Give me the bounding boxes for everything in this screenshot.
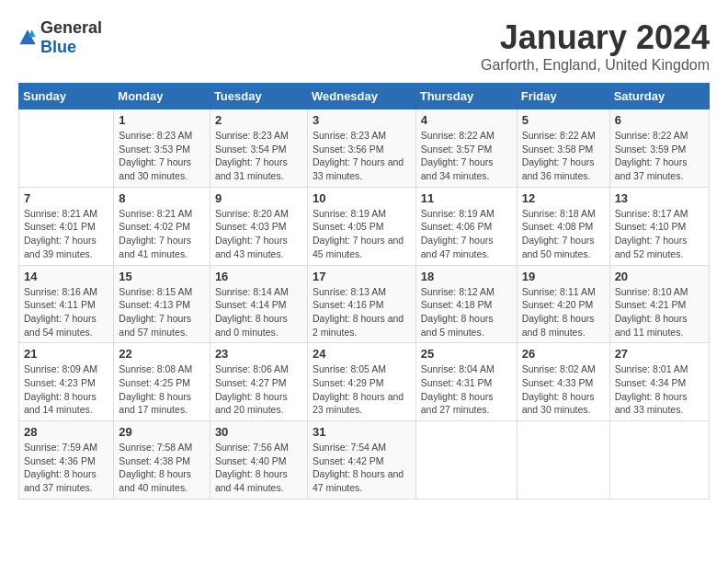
calendar-cell: 20Sunrise: 8:10 AMSunset: 4:21 PMDayligh… [609, 265, 709, 343]
day-number: 12 [522, 191, 605, 205]
day-number: 7 [24, 191, 108, 205]
calendar-cell: 11Sunrise: 8:19 AMSunset: 4:06 PMDayligh… [415, 187, 517, 265]
calendar-cell: 25Sunrise: 8:04 AMSunset: 4:31 PMDayligh… [415, 343, 517, 421]
week-row-0: 1Sunrise: 8:23 AMSunset: 3:53 PMDaylight… [19, 109, 710, 188]
day-info: Sunrise: 8:09 AMSunset: 4:23 PMDaylight:… [24, 362, 108, 417]
day-info: Sunrise: 7:56 AMSunset: 4:40 PMDaylight:… [215, 441, 302, 495]
day-info: Sunrise: 8:19 AMSunset: 4:05 PMDaylight:… [313, 207, 411, 261]
day-number: 4 [421, 113, 512, 127]
day-info: Sunrise: 8:12 AMSunset: 4:18 PMDaylight:… [421, 285, 512, 339]
day-info: Sunrise: 8:18 AMSunset: 4:08 PMDaylight:… [522, 207, 605, 261]
calendar-cell: 6Sunrise: 8:22 AMSunset: 3:59 PMDaylight… [609, 109, 709, 188]
calendar-cell [19, 109, 114, 188]
calendar-cell: 26Sunrise: 8:02 AMSunset: 4:33 PMDayligh… [517, 343, 609, 421]
day-info: Sunrise: 8:16 AMSunset: 4:11 PMDaylight:… [24, 285, 108, 339]
day-info: Sunrise: 8:23 AMSunset: 3:53 PMDaylight:… [119, 129, 205, 183]
day-info: Sunrise: 8:22 AMSunset: 3:59 PMDaylight:… [615, 129, 704, 183]
header-friday: Friday [517, 84, 609, 109]
logo-general: General [40, 18, 102, 37]
day-number: 13 [615, 191, 704, 205]
header-tuesday: Tuesday [210, 84, 307, 109]
day-info: Sunrise: 8:06 AMSunset: 4:27 PMDaylight:… [215, 362, 302, 417]
day-number: 15 [119, 270, 205, 283]
day-number: 11 [421, 191, 512, 205]
day-number: 23 [215, 347, 302, 361]
day-number: 5 [522, 113, 605, 127]
calendar-cell: 7Sunrise: 8:21 AMSunset: 4:01 PMDaylight… [19, 187, 114, 265]
calendar-cell: 29Sunrise: 7:58 AMSunset: 4:38 PMDayligh… [114, 421, 210, 500]
day-number: 21 [24, 347, 108, 361]
day-info: Sunrise: 8:23 AMSunset: 3:56 PMDaylight:… [313, 129, 411, 183]
calendar-cell: 22Sunrise: 8:08 AMSunset: 4:25 PMDayligh… [114, 343, 210, 421]
day-number: 10 [313, 191, 411, 205]
day-info: Sunrise: 8:23 AMSunset: 3:54 PMDaylight:… [215, 129, 302, 183]
day-info: Sunrise: 8:17 AMSunset: 4:10 PMDaylight:… [615, 207, 704, 261]
day-info: Sunrise: 8:15 AMSunset: 4:13 PMDaylight:… [119, 285, 205, 339]
day-info: Sunrise: 8:22 AMSunset: 3:58 PMDaylight:… [522, 129, 605, 183]
day-number: 16 [215, 270, 302, 283]
day-info: Sunrise: 8:10 AMSunset: 4:21 PMDaylight:… [615, 285, 704, 339]
day-info: Sunrise: 8:04 AMSunset: 4:31 PMDaylight:… [421, 362, 512, 417]
calendar-cell: 5Sunrise: 8:22 AMSunset: 3:58 PMDaylight… [517, 109, 609, 188]
subtitle: Garforth, England, United Kingdom [481, 57, 710, 74]
day-number: 2 [215, 113, 302, 127]
header-wednesday: Wednesday [307, 84, 415, 109]
day-number: 20 [615, 270, 704, 283]
calendar-cell: 13Sunrise: 8:17 AMSunset: 4:10 PMDayligh… [609, 187, 709, 265]
calendar-cell: 23Sunrise: 8:06 AMSunset: 4:27 PMDayligh… [210, 343, 307, 421]
calendar-cell: 1Sunrise: 8:23 AMSunset: 3:53 PMDaylight… [114, 109, 210, 188]
calendar-cell: 14Sunrise: 8:16 AMSunset: 4:11 PMDayligh… [19, 265, 114, 343]
week-row-1: 7Sunrise: 8:21 AMSunset: 4:01 PMDaylight… [19, 187, 710, 265]
day-info: Sunrise: 7:54 AMSunset: 4:42 PMDaylight:… [313, 441, 411, 495]
day-number: 28 [24, 425, 108, 439]
calendar-cell: 9Sunrise: 8:20 AMSunset: 4:03 PMDaylight… [210, 187, 307, 265]
calendar-cell: 27Sunrise: 8:01 AMSunset: 4:34 PMDayligh… [609, 343, 709, 421]
day-info: Sunrise: 8:08 AMSunset: 4:25 PMDaylight:… [119, 362, 205, 417]
day-info: Sunrise: 8:19 AMSunset: 4:06 PMDaylight:… [421, 207, 512, 261]
logo-icon [18, 29, 37, 47]
calendar-cell: 16Sunrise: 8:14 AMSunset: 4:14 PMDayligh… [210, 265, 307, 343]
header-thursday: Thursday [415, 84, 517, 109]
day-number: 22 [119, 347, 205, 361]
title-section: January 2024 Garforth, England, United K… [481, 18, 710, 74]
day-info: Sunrise: 7:59 AMSunset: 4:36 PMDaylight:… [24, 441, 108, 495]
week-row-4: 28Sunrise: 7:59 AMSunset: 4:36 PMDayligh… [19, 421, 710, 500]
svg-marker-0 [19, 29, 35, 44]
calendar-cell: 15Sunrise: 8:15 AMSunset: 4:13 PMDayligh… [114, 265, 210, 343]
header-saturday: Saturday [609, 84, 709, 109]
day-info: Sunrise: 8:20 AMSunset: 4:03 PMDaylight:… [215, 207, 302, 261]
calendar-cell: 8Sunrise: 8:21 AMSunset: 4:02 PMDaylight… [114, 187, 210, 265]
calendar-cell [517, 421, 609, 500]
day-number: 24 [313, 347, 411, 361]
header-row: Sunday Monday Tuesday Wednesday Thursday… [19, 84, 710, 109]
day-info: Sunrise: 8:13 AMSunset: 4:16 PMDaylight:… [313, 285, 411, 339]
day-number: 27 [615, 347, 704, 361]
calendar-cell: 17Sunrise: 8:13 AMSunset: 4:16 PMDayligh… [307, 265, 415, 343]
calendar-cell: 4Sunrise: 8:22 AMSunset: 3:57 PMDaylight… [415, 109, 517, 188]
calendar-cell [415, 421, 517, 500]
day-info: Sunrise: 7:58 AMSunset: 4:38 PMDaylight:… [119, 441, 205, 495]
day-number: 1 [119, 113, 205, 127]
week-row-2: 14Sunrise: 8:16 AMSunset: 4:11 PMDayligh… [19, 265, 710, 343]
day-number: 3 [313, 113, 411, 127]
logo: General Blue [18, 18, 102, 57]
calendar-cell: 18Sunrise: 8:12 AMSunset: 4:18 PMDayligh… [415, 265, 517, 343]
calendar-cell: 30Sunrise: 7:56 AMSunset: 4:40 PMDayligh… [210, 421, 307, 500]
day-info: Sunrise: 8:05 AMSunset: 4:29 PMDaylight:… [313, 362, 411, 417]
calendar-cell: 21Sunrise: 8:09 AMSunset: 4:23 PMDayligh… [19, 343, 114, 421]
calendar-cell: 12Sunrise: 8:18 AMSunset: 4:08 PMDayligh… [517, 187, 609, 265]
day-number: 30 [215, 425, 302, 439]
calendar-table: Sunday Monday Tuesday Wednesday Thursday… [18, 83, 710, 500]
logo-blue: Blue [40, 38, 76, 56]
day-number: 29 [119, 425, 205, 439]
calendar-cell: 24Sunrise: 8:05 AMSunset: 4:29 PMDayligh… [307, 343, 415, 421]
day-number: 14 [24, 270, 108, 283]
day-number: 6 [615, 113, 704, 127]
header-section: General Blue January 2024 Garforth, Engl… [18, 18, 710, 74]
day-number: 8 [119, 191, 205, 205]
day-info: Sunrise: 8:21 AMSunset: 4:01 PMDaylight:… [24, 207, 108, 261]
calendar-cell: 31Sunrise: 7:54 AMSunset: 4:42 PMDayligh… [307, 421, 415, 500]
day-info: Sunrise: 8:14 AMSunset: 4:14 PMDaylight:… [215, 285, 302, 339]
week-row-3: 21Sunrise: 8:09 AMSunset: 4:23 PMDayligh… [19, 343, 710, 421]
day-info: Sunrise: 8:11 AMSunset: 4:20 PMDaylight:… [522, 285, 605, 339]
